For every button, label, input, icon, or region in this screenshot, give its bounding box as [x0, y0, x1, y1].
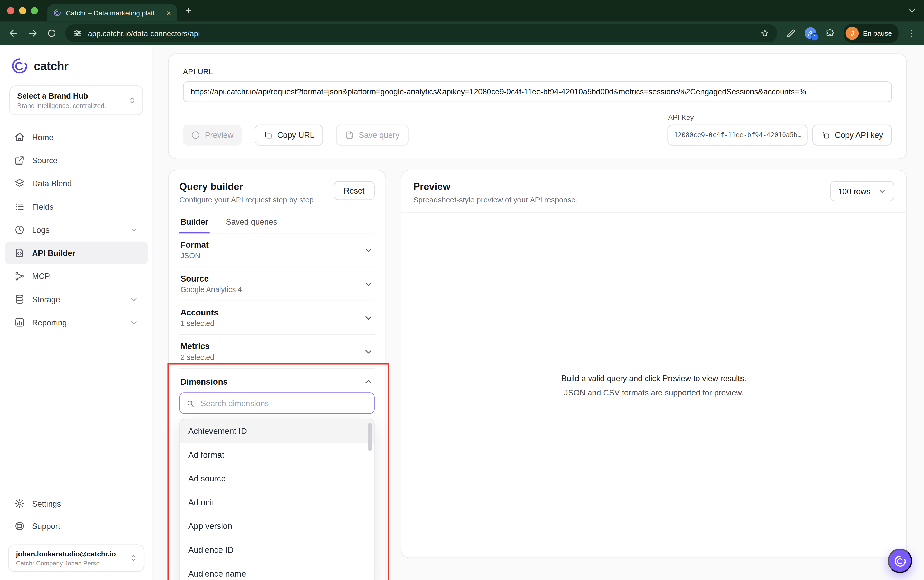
browser-tab[interactable]: Catchr – Data marketing platf ×	[48, 4, 177, 21]
chevron-down-icon	[129, 295, 138, 304]
dimension-option[interactable]: Audience name	[180, 562, 374, 580]
account-email: johan.lookerstudio@catchr.io	[16, 550, 127, 558]
browser-menu-icon[interactable]: ⋮	[907, 28, 916, 39]
sidebar-item-mcp[interactable]: MCP	[5, 265, 148, 287]
dropdown-scrollbar[interactable]	[368, 423, 372, 451]
account-selector[interactable]: johan.lookerstudio@catchr.io Catchr Comp…	[8, 545, 144, 572]
clock-icon	[14, 224, 25, 235]
dimension-option[interactable]: Audience ID	[180, 538, 374, 562]
dimension-option[interactable]: Ad unit	[180, 491, 374, 514]
sidebar-item-settings[interactable]: Settings	[5, 492, 148, 515]
sidebar-item-reporting[interactable]: Reporting	[5, 311, 148, 334]
query-builder-tabs: Builder Saved queries	[180, 213, 375, 233]
sidebar-nav: Home Source Data Blend Fields Logs A	[0, 126, 153, 334]
brand-hub-title: Select a Brand Hub	[17, 91, 125, 101]
accordion-source[interactable]: Source Google Analytics 4	[180, 267, 375, 301]
minimize-window-button[interactable]	[19, 7, 26, 14]
search-input[interactable]	[199, 398, 368, 408]
api-key-input[interactable]	[667, 125, 807, 145]
browser-chrome: Catchr – Data marketing platf × + app.ca…	[0, 0, 924, 45]
accordion-value: 2 selected	[180, 353, 214, 362]
copy-url-button[interactable]: Copy URL	[255, 125, 323, 145]
sidebar-item-label: Fields	[32, 202, 53, 211]
tab-saved-queries[interactable]: Saved queries	[225, 213, 278, 233]
chevron-down-icon	[129, 225, 138, 234]
extensions-puzzle-icon[interactable]	[825, 28, 836, 39]
sidebar-item-storage[interactable]: Storage	[5, 288, 148, 311]
chevron-down-icon	[364, 245, 374, 255]
zoom-window-button[interactable]	[31, 7, 38, 14]
screen: Catchr – Data marketing platf × + app.ca…	[0, 0, 924, 580]
dimensions-dropdown: Achievement ID Ad format Ad source Ad un…	[180, 419, 375, 580]
browser-profile-chip[interactable]: J En pause	[844, 24, 899, 43]
save-query-button[interactable]: Save query	[336, 125, 408, 145]
forward-icon[interactable]	[27, 28, 38, 39]
rows-select-value: 100 rows	[838, 187, 871, 196]
tab-search-chevron-icon[interactable]	[908, 6, 917, 15]
sidebar-item-logs[interactable]: Logs	[5, 218, 148, 241]
address-bar[interactable]: app.catchr.io/data-connectors/api	[65, 25, 777, 42]
query-builder-title: Query builder	[180, 181, 316, 193]
sidebar: catchr Select a Brand Hub Brand intellig…	[0, 45, 153, 580]
back-icon[interactable]	[8, 28, 19, 39]
sidebar-item-label: API Builder	[32, 249, 75, 257]
sidebar-item-label: Data Blend	[32, 179, 72, 188]
accordion-accounts[interactable]: Accounts 1 selected	[180, 301, 375, 335]
new-tab-button[interactable]: +	[185, 4, 192, 17]
account-org: Catchr Company Johan Perso	[16, 559, 127, 567]
reset-button[interactable]: Reset	[334, 181, 375, 200]
gear-icon	[14, 498, 25, 509]
dimension-option[interactable]: Ad source	[180, 467, 374, 491]
query-builder-card: Query builder Configure your API request…	[168, 170, 386, 580]
catchr-logo-icon	[893, 554, 906, 567]
sidebar-item-label: Logs	[32, 225, 49, 234]
brand-hub-selector[interactable]: Select a Brand Hub Brand intelligence, c…	[10, 86, 143, 115]
accordion-title: Metrics	[180, 341, 214, 351]
tab-close-icon[interactable]: ×	[166, 9, 171, 17]
close-window-button[interactable]	[7, 7, 14, 14]
api-url-input[interactable]	[183, 81, 892, 102]
reload-icon[interactable]	[46, 28, 57, 39]
site-settings-icon[interactable]	[73, 28, 82, 38]
chat-widget-button[interactable]	[888, 549, 912, 573]
accordion-metrics[interactable]: Metrics 2 selected	[180, 335, 375, 369]
dimension-option[interactable]: Ad format	[180, 443, 374, 467]
sidebar-item-label: Settings	[32, 499, 61, 508]
accordion-title: Format	[180, 240, 209, 249]
accordion-dimensions[interactable]: Dimensions	[180, 369, 375, 393]
sidebar-item-api-builder[interactable]: API Builder	[5, 242, 148, 264]
sidebar-item-support[interactable]: Support	[5, 515, 148, 537]
sidebar-item-data-blend[interactable]: Data Blend	[5, 172, 148, 195]
sidebar-footer: Settings Support	[0, 492, 153, 537]
url-text: app.catchr.io/data-connectors/api	[88, 29, 200, 38]
bookmark-star-icon[interactable]	[760, 28, 770, 38]
accordion-title: Dimensions	[180, 377, 228, 386]
accordion-value: 1 selected	[180, 320, 218, 328]
sidebar-item-fields[interactable]: Fields	[5, 195, 148, 218]
sidebar-item-label: Source	[32, 156, 58, 165]
tab-builder[interactable]: Builder	[180, 213, 209, 233]
sidebar-item-label: Storage	[32, 295, 60, 304]
layers-icon	[14, 178, 25, 189]
preview-button[interactable]: Preview	[183, 125, 242, 145]
dimension-option[interactable]: App version	[180, 514, 374, 538]
browser-toolbar: app.catchr.io/data-connectors/api 1 J En…	[0, 21, 924, 45]
copy-api-key-button[interactable]: Copy API key	[812, 125, 892, 145]
preview-button-label: Preview	[205, 131, 233, 140]
copy-icon	[821, 131, 830, 140]
profile-status-label: En pause	[863, 30, 892, 37]
sidebar-item-source[interactable]: Source	[5, 149, 148, 172]
accordion-value: Google Analytics 4	[180, 286, 242, 294]
pencil-icon[interactable]	[786, 28, 797, 39]
dimensions-search	[180, 392, 375, 414]
profile-sync-icon[interactable]: 1	[805, 27, 817, 39]
api-key-label: API Key	[668, 114, 694, 122]
api-url-label: API URL	[183, 67, 892, 76]
sidebar-item-home[interactable]: Home	[5, 126, 148, 148]
tab-title: Catchr – Data marketing platf	[66, 9, 161, 16]
sidebar-item-label: Reporting	[32, 318, 67, 327]
preview-title: Preview	[413, 181, 578, 193]
accordion-format[interactable]: Format JSON	[180, 233, 375, 267]
rows-select[interactable]: 100 rows	[830, 181, 894, 201]
dimension-option[interactable]: Achievement ID	[180, 419, 374, 443]
